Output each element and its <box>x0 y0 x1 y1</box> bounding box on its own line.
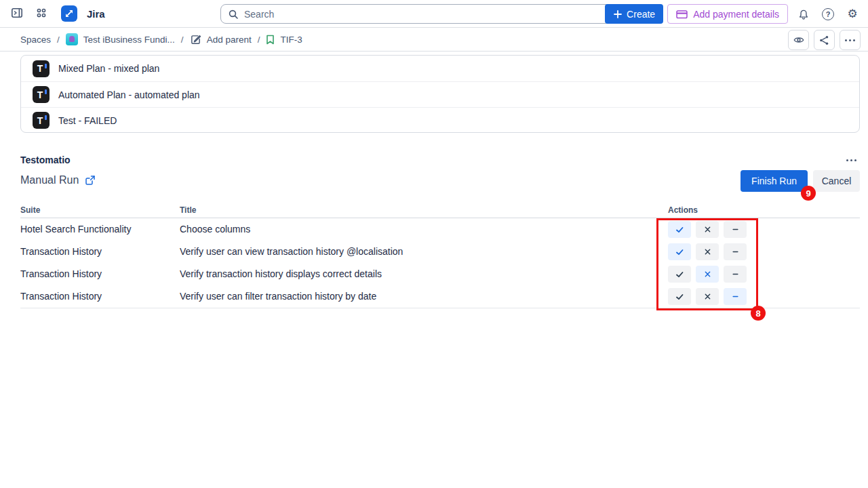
skip-button[interactable] <box>724 288 747 305</box>
settings-button[interactable]: ⚙ <box>842 4 863 24</box>
panel-title: Testomatio <box>20 155 71 165</box>
title-cell: Choose columns <box>180 224 250 235</box>
title-cell: Verify user can filter transaction histo… <box>180 291 376 302</box>
watch-button[interactable] <box>788 30 809 50</box>
more-actions-button[interactable] <box>840 30 861 50</box>
manual-run-row: Manual Run <box>20 174 96 186</box>
page-actions <box>788 30 861 50</box>
test-plans-card: T Mixed Plan - mixed plan T Automated Pl… <box>20 55 860 133</box>
plan-row-test-failed[interactable]: T Test - FAILED <box>21 107 859 133</box>
x-icon <box>703 247 712 256</box>
ellipsis-icon <box>846 159 856 161</box>
space-avatar <box>66 33 78 45</box>
ellipsis-icon <box>845 39 855 41</box>
testomatio-logo-icon: T <box>33 112 50 129</box>
pass-button[interactable] <box>668 288 691 305</box>
breadcrumb-space-label: Test iBusiness Fundi... <box>83 35 175 45</box>
pass-button[interactable] <box>668 221 691 238</box>
breadcrumb-page[interactable]: TIF-3 <box>266 35 302 45</box>
minus-icon <box>731 247 740 256</box>
plus-icon <box>613 9 623 19</box>
plan-label: Mixed Plan - mixed plan <box>58 63 159 74</box>
sidebar-expand-icon <box>10 6 24 22</box>
breadcrumb-spaces[interactable]: Spaces <box>20 35 51 45</box>
suite-cell: Transaction History <box>20 246 102 257</box>
jira-page: Jira Create <box>0 0 868 488</box>
bookmark-icon <box>266 35 275 45</box>
breadcrumb-separator: / <box>57 35 60 45</box>
bell-icon <box>797 8 810 20</box>
suite-cell: Transaction History <box>20 268 102 279</box>
panel-more-button[interactable] <box>844 155 859 165</box>
x-icon <box>703 270 712 279</box>
column-header-title: Title <box>180 205 196 215</box>
jira-mark-icon <box>63 7 75 20</box>
skip-button[interactable] <box>724 243 747 260</box>
app-switcher-button[interactable] <box>31 3 52 24</box>
fail-button[interactable] <box>696 221 719 238</box>
plan-row-mixed[interactable]: T Mixed Plan - mixed plan <box>21 56 859 81</box>
create-button-label: Create <box>627 9 655 20</box>
add-payment-details-button[interactable]: Add payment details <box>667 4 788 24</box>
pass-button[interactable] <box>668 243 691 260</box>
topbar-left-cluster: Jira <box>7 0 105 27</box>
gear-icon: ⚙ <box>847 8 857 20</box>
minus-icon <box>731 225 740 234</box>
notifications-button[interactable] <box>793 4 814 24</box>
plan-row-automated[interactable]: T Automated Plan - automated plan <box>21 81 859 107</box>
minus-icon <box>731 270 740 279</box>
credit-card-icon <box>676 9 688 19</box>
table-row: Transaction History Verify transaction h… <box>0 263 868 285</box>
breadcrumb-separator: / <box>258 35 260 45</box>
suite-cell: Hotel Search Functionality <box>20 224 131 235</box>
title-cell: Verify transaction history displays corr… <box>180 268 382 279</box>
suite-cell: Transaction History <box>20 291 102 302</box>
share-icon <box>818 35 830 46</box>
column-header-suite: Suite <box>20 205 40 215</box>
testomatio-logo-icon: T <box>33 86 50 103</box>
help-icon: ? <box>822 8 834 20</box>
fail-button[interactable] <box>696 266 719 283</box>
sidebar-toggle-button[interactable] <box>7 3 27 24</box>
column-header-actions: Actions <box>668 205 698 215</box>
app-grid-icon <box>35 7 47 21</box>
check-icon <box>675 270 684 279</box>
table-row: Hotel Search Functionality Choose column… <box>0 218 868 241</box>
table-bottom-divider <box>20 308 860 308</box>
breadcrumb-add-parent[interactable]: Add parent <box>190 34 252 45</box>
x-icon <box>703 225 712 234</box>
run-name: Manual Run <box>20 174 79 186</box>
search-icon <box>228 9 239 20</box>
global-search[interactable] <box>220 4 611 24</box>
help-button[interactable]: ? <box>818 4 838 24</box>
pass-button[interactable] <box>668 266 691 283</box>
breadcrumb-space[interactable]: Test iBusiness Fundi... <box>66 33 175 45</box>
fail-button[interactable] <box>696 243 719 260</box>
payment-button-label: Add payment details <box>693 9 779 20</box>
cancel-button[interactable]: Cancel <box>813 170 860 192</box>
topbar-right-cluster: Create Add payment details <box>605 4 863 24</box>
finish-run-button[interactable]: Finish Run <box>741 170 808 192</box>
breadcrumb-add-parent-label: Add parent <box>207 35 252 45</box>
table-row: Transaction History Verify user can view… <box>0 241 868 263</box>
check-icon <box>675 225 684 235</box>
search-input[interactable] <box>244 9 604 20</box>
check-icon <box>675 292 684 302</box>
title-cell: Verify user can view transaction history… <box>180 246 403 257</box>
minus-icon <box>731 292 740 301</box>
breadcrumb-separator: / <box>181 35 184 45</box>
breadcrumb: Spaces / Test iBusiness Fundi... / Add p… <box>0 28 868 52</box>
app-name: Jira <box>87 8 105 20</box>
external-link-icon[interactable] <box>85 175 96 186</box>
skip-button[interactable] <box>724 221 747 238</box>
create-button[interactable]: Create <box>605 4 663 24</box>
share-button[interactable] <box>814 30 835 50</box>
check-icon <box>675 247 684 257</box>
plan-label: Automated Plan - automated plan <box>58 89 200 100</box>
edit-icon <box>190 34 201 45</box>
fail-button[interactable] <box>696 288 719 305</box>
table-row: Transaction History Verify user can filt… <box>0 285 868 308</box>
testomatio-logo-icon: T <box>33 60 50 77</box>
jira-logo[interactable] <box>61 5 77 22</box>
skip-button[interactable] <box>724 266 747 283</box>
